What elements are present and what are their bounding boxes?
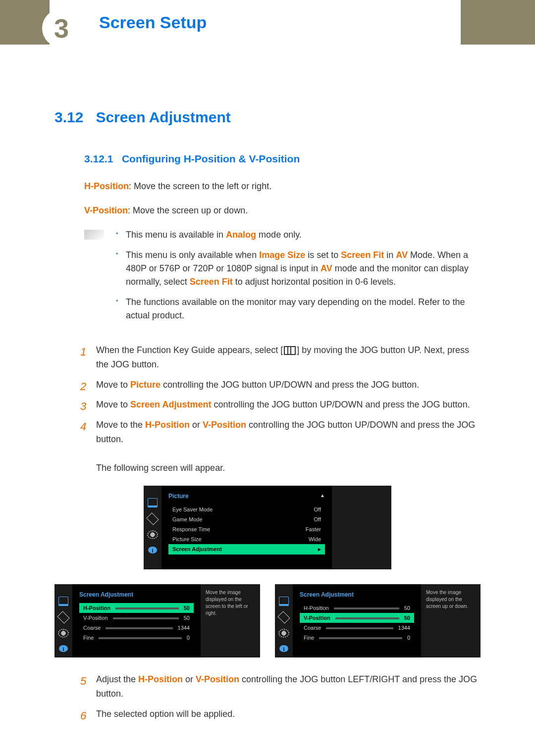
value: Off xyxy=(314,516,321,522)
chapter-badge: 3 xyxy=(42,9,81,48)
label: Picture Size xyxy=(172,536,202,542)
text: Screen Adjustment xyxy=(130,400,211,409)
osd-row: Response TimeFaster xyxy=(168,524,325,534)
text: in xyxy=(384,250,396,260)
value: Wide xyxy=(309,536,321,542)
chevron-up-icon: ▲ xyxy=(320,493,325,500)
osd-row: H-Position50 xyxy=(300,603,414,613)
label: Game Mode xyxy=(172,516,203,522)
value: 0 xyxy=(187,635,190,641)
value: 0 xyxy=(407,635,410,641)
slider-bar xyxy=(106,627,172,629)
slider-bar xyxy=(99,637,181,639)
note-items: This menu is available in Analog mode on… xyxy=(114,228,481,329)
osd-main: Screen Adjustment H-Position50 V-Positio… xyxy=(72,584,201,657)
arrows-icon xyxy=(146,513,159,525)
value: 1344 xyxy=(178,625,190,631)
osd-main: Screen Adjustment H-Position50 V-Positio… xyxy=(293,584,421,657)
value: 50 xyxy=(184,615,190,621)
note-block: This menu is available in Analog mode on… xyxy=(84,228,481,329)
step-number: 1 xyxy=(80,343,86,360)
label: V-Position xyxy=(83,615,108,621)
text: or xyxy=(190,420,203,430)
text: Picture xyxy=(130,380,160,390)
note-item: The functions available on the monitor m… xyxy=(114,296,481,322)
step: 4 Move to the H-Position or V-Position c… xyxy=(54,418,481,475)
text: controlling the JOG button UP/DOWN and p… xyxy=(160,380,419,390)
value: 50 xyxy=(184,605,190,611)
header-band: Screen Setup 3 xyxy=(0,0,535,45)
osd-sidebar: i xyxy=(144,486,161,569)
label: Coarse xyxy=(83,625,101,631)
slider-bar xyxy=(115,607,179,609)
arrows-icon xyxy=(277,611,290,624)
text: Adjust the xyxy=(96,674,138,684)
step-number: 2 xyxy=(80,378,86,395)
info-icon: i xyxy=(279,645,288,652)
content: 3.12 Screen Adjustment 3.12.1 Configurin… xyxy=(0,45,535,752)
osd-row: Eye Saver ModeOff xyxy=(168,504,325,514)
info-icon: i xyxy=(59,645,68,652)
osd-row: Coarse1344 xyxy=(79,623,194,633)
value: 50 xyxy=(404,615,410,621)
label: Screen Adjustment xyxy=(172,546,222,553)
osd-row-selected: V-Position50 xyxy=(300,613,414,623)
label: Fine xyxy=(304,635,314,641)
text: Move to xyxy=(96,400,130,409)
text: When the Function Key Guide appears, sel… xyxy=(96,345,283,355)
text: Analog xyxy=(226,230,256,240)
slider-bar xyxy=(335,617,399,619)
section-title: 3.12 Screen Adjustment xyxy=(54,109,481,126)
slider-bar xyxy=(326,627,393,629)
osd-help xyxy=(332,486,391,569)
subsection-name: Configuring H-Position & V-Position xyxy=(122,153,300,164)
step-number: 3 xyxy=(80,398,86,415)
monitor-icon xyxy=(279,597,289,606)
text: AV xyxy=(396,250,408,260)
text: mode only. xyxy=(256,230,302,240)
note-icon xyxy=(84,230,104,240)
osd-title: Screen Adjustment xyxy=(300,591,414,598)
step: 3 Move to Screen Adjustment controlling … xyxy=(54,398,481,412)
label: Fine xyxy=(83,635,94,641)
h-position-label: H-Position xyxy=(84,181,129,191)
step: 1 When the Function Key Guide appears, s… xyxy=(54,343,481,372)
osd-row: Coarse1344 xyxy=(300,623,414,633)
arrows-icon xyxy=(57,611,69,624)
osd-menu-hposition: i Screen Adjustment H-Position50 V-Posit… xyxy=(54,584,260,657)
text: is set to xyxy=(305,250,341,260)
monitor-icon xyxy=(58,597,68,606)
osd-row: Game ModeOff xyxy=(168,514,325,524)
section-number: 3.12 xyxy=(54,109,83,125)
text: V-Position xyxy=(203,420,246,430)
text: controlling the JOG button UP/DOWN and p… xyxy=(211,400,470,409)
step-number: 4 xyxy=(80,418,86,435)
osd-title: Picture▲ xyxy=(168,493,325,500)
text: Picture xyxy=(168,493,189,500)
step: 6 The selected option will be applied. xyxy=(54,707,481,721)
slider-bar xyxy=(319,637,402,639)
text: V-Position xyxy=(196,674,239,684)
osd-help: Move the image displayed on the screen u… xyxy=(421,584,481,657)
label: Eye Saver Mode xyxy=(172,506,213,512)
text: This menu is available in xyxy=(126,230,226,240)
step: 5 Adjust the H-Position or V-Position co… xyxy=(54,672,481,701)
osd-title: Screen Adjustment xyxy=(79,591,194,598)
text: The selected option will be applied. xyxy=(96,709,235,719)
subsection-title: 3.12.1 Configuring H-Position & V-Positi… xyxy=(84,153,481,165)
value: Faster xyxy=(306,526,321,532)
gear-icon xyxy=(278,629,289,638)
gear-icon xyxy=(147,530,158,539)
osd-row: Fine0 xyxy=(300,633,414,643)
osd-row: Fine0 xyxy=(79,633,194,643)
osd-sidebar: i xyxy=(54,584,72,657)
osd-main: Picture▲ Eye Saver ModeOff Game ModeOff … xyxy=(161,486,332,569)
text: H-Position xyxy=(145,420,190,430)
text: Move to the xyxy=(96,420,145,430)
value: 50 xyxy=(404,605,410,611)
osd-sidebar: i xyxy=(275,584,293,657)
label: V-Position xyxy=(304,615,330,621)
osd-row-selected: H-Position50 xyxy=(79,603,194,613)
text: This menu is only available when xyxy=(126,250,259,260)
step-number: 6 xyxy=(80,707,86,724)
